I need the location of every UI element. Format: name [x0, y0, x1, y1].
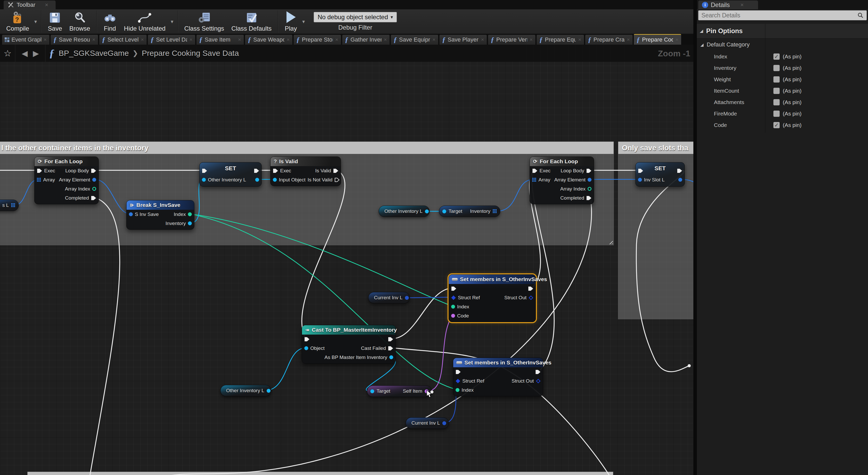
node-header[interactable]: ↠Cast To BP_MasterItemInventory	[302, 325, 396, 335]
node-for-each-loop-1[interactable]: ⟳For Each LoopExecLoop BodyArrayArray El…	[34, 157, 99, 204]
tab-prepare-equipr[interactable]: ƒPrepare Equipr✕	[537, 35, 584, 45]
exec-pin[interactable]	[254, 168, 259, 173]
wire[interactable]	[190, 214, 453, 306]
wire[interactable]	[95, 179, 130, 214]
wire[interactable]	[265, 348, 306, 391]
exec-pin[interactable]	[202, 168, 207, 173]
close-icon[interactable]: ✕	[740, 2, 744, 8]
exec-pin[interactable]	[535, 370, 540, 374]
node-set-inv-slot[interactable]: SETInv Slot L	[636, 162, 685, 186]
close-icon[interactable]: ✕	[189, 37, 193, 42]
back-icon[interactable]: ◀	[19, 49, 30, 58]
loop-body-pin[interactable]	[91, 168, 96, 173]
close-icon[interactable]: ✕	[432, 37, 436, 42]
blueprint-graph-canvas[interactable]: ☆ ◀ ▶ ƒ BP_SGKSaveGame ❯ Prepare Cooking…	[0, 45, 693, 475]
array-pin[interactable]	[37, 178, 41, 182]
as-pin-checkbox-weight[interactable]	[773, 76, 780, 82]
details-tab[interactable]: i Details ✕	[698, 1, 758, 9]
pill-current-inv-l-upper[interactable]: Current Inv L	[368, 292, 410, 303]
array-element-pin[interactable]	[92, 178, 96, 182]
tab-save-resource[interactable]: ƒSave Resource✕	[51, 35, 98, 45]
wire[interactable]	[302, 170, 345, 339]
node-header[interactable]: ⟳For Each Loop	[530, 157, 594, 166]
close-icon[interactable]: ✕	[481, 37, 484, 42]
struct-out-pin[interactable]	[536, 379, 540, 383]
hide-unrelated-button[interactable]: Hide Unrelated	[120, 9, 169, 34]
tab-save-weapon[interactable]: ƒSave Weapon✕	[245, 35, 292, 45]
save-button[interactable]: Save	[44, 9, 66, 34]
search-details-input[interactable]: Search Details	[698, 10, 867, 20]
tab-prepare-vende[interactable]: ƒPrepare Vende✕	[488, 35, 535, 45]
node-header[interactable]: Set members in S_OtherInvSaves	[449, 275, 536, 284]
close-icon[interactable]: ✕	[529, 37, 533, 42]
completed-pin[interactable]	[586, 196, 591, 200]
tab-prepare-storag[interactable]: ƒPrepare Storag✕	[294, 35, 341, 45]
target-pin[interactable]	[370, 389, 374, 393]
close-icon[interactable]: ✕	[238, 37, 241, 42]
wire[interactable]	[636, 170, 689, 372]
inv-slot-l-pin[interactable]	[638, 178, 642, 182]
current-inv-l-pin[interactable]	[442, 421, 446, 425]
panel-splitter[interactable]	[693, 0, 696, 475]
array-index-pin[interactable]	[92, 187, 96, 191]
array-pin[interactable]	[532, 178, 536, 182]
node-header[interactable]: Set members in S_OtherInvSaves	[453, 358, 543, 367]
close-icon[interactable]: ✕	[141, 37, 144, 42]
play-dropdown-icon[interactable]: ▾	[301, 19, 306, 25]
tab-prepare-craftin[interactable]: ƒPrepare Craftin✕	[585, 35, 632, 45]
wire[interactable]	[496, 179, 534, 211]
pill-s-l[interactable]: s L	[0, 200, 19, 211]
exec-pin[interactable]	[677, 168, 682, 173]
tab-save-player-in[interactable]: ƒSave Player In✕	[439, 35, 487, 45]
wire[interactable]	[406, 297, 453, 298]
pin-options-section-header[interactable]: ◢ Pin Options	[697, 24, 868, 38]
pill-other-inventory-l-bottom[interactable]: Other Inventory L	[220, 385, 271, 396]
tab-save-equipme[interactable]: ƒSave Equipme✕	[391, 35, 438, 45]
struct-ref-pin[interactable]	[451, 295, 456, 300]
pill-current-inv-l-bottom[interactable]: Current Inv L	[406, 417, 449, 429]
cast-failed-pin[interactable]	[388, 346, 393, 351]
as-pin-checkbox-itemcount[interactable]	[773, 88, 780, 94]
class-settings-button[interactable]: Class Settings	[181, 9, 228, 34]
exec-pin[interactable]	[456, 370, 461, 374]
as-pin-checkbox-firemode[interactable]	[773, 110, 780, 117]
exec-pin[interactable]	[638, 168, 643, 173]
close-icon[interactable]: ✕	[383, 37, 387, 42]
exec-pin[interactable]	[451, 286, 456, 291]
browse-button[interactable]: Browse	[66, 9, 94, 34]
object-pin[interactable]	[304, 346, 308, 350]
struct-out-pin[interactable]	[529, 295, 533, 300]
node-set-members-in-s-otherinvsaves-2[interactable]: Set members in S_OtherInvSavesStruct Ref…	[453, 358, 543, 396]
wire[interactable]	[90, 198, 120, 475]
hide-unrelated-dropdown-icon[interactable]: ▾	[169, 19, 175, 25]
exec-pin[interactable]	[528, 286, 533, 291]
pill-other-inventory-l-mid[interactable]: Other Inventory L	[379, 206, 430, 217]
close-icon[interactable]: ✕	[335, 37, 338, 42]
node-for-each-loop-2[interactable]: ⟳For Each LoopExecLoop BodyArrayArray El…	[530, 157, 594, 204]
current-inv-l-pin[interactable]	[405, 296, 409, 300]
input-object-pin[interactable]	[273, 178, 277, 182]
pill-target-self-item[interactable]: TargetSelf Item	[367, 385, 432, 397]
as-pin-checkbox-inventory[interactable]	[773, 65, 780, 71]
node-set-other-inventory[interactable]: SETOther Inventory L	[199, 162, 262, 186]
s-l-pin[interactable]	[11, 203, 16, 207]
tab-gather-invento[interactable]: ƒGather Invento✕	[342, 35, 390, 45]
array-element-pin[interactable]	[588, 178, 591, 182]
forward-icon[interactable]: ▶	[30, 49, 41, 58]
other-inventory-l-pin[interactable]	[267, 389, 271, 393]
exec-pin[interactable]	[255, 178, 259, 182]
exec-pin[interactable]	[532, 168, 537, 173]
tab-prepare-cookin[interactable]: ƒPrepare Cookin✕	[634, 34, 681, 45]
node-cast-to-bp-masteriteminventory[interactable]: ↠Cast To BP_MasterItemInventoryObjectCas…	[302, 325, 396, 364]
completed-pin[interactable]	[91, 196, 96, 200]
inventory-pin[interactable]	[188, 222, 192, 225]
close-icon[interactable]: ✕	[578, 37, 581, 42]
is-not-valid-pin[interactable]	[335, 177, 340, 182]
default-category-header[interactable]: ◢ Default Category	[697, 38, 868, 51]
code-pin[interactable]	[451, 314, 455, 318]
exec-pin[interactable]	[273, 168, 278, 173]
close-icon[interactable]: ✕	[627, 37, 630, 42]
exec-pin[interactable]	[304, 337, 310, 342]
close-icon[interactable]: ✕	[286, 37, 290, 42]
s-inv-save-pin[interactable]	[129, 212, 133, 216]
